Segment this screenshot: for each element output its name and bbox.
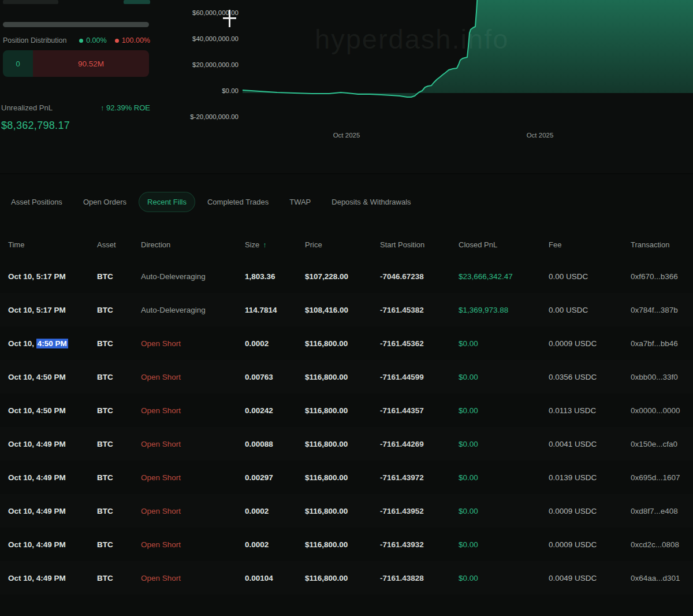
table-row[interactable]: Oct 10, 4:49 PMBTCOpen Short0.00104$116,… bbox=[0, 561, 693, 595]
pnl-chart[interactable]: $60,000,000.00$40,000,000.00$20,000,000.… bbox=[167, 0, 693, 173]
cell-closed-pnl: $0.00 bbox=[459, 339, 549, 348]
tab-bar: Asset PositionsOpen OrdersRecent FillsCo… bbox=[0, 174, 693, 212]
cell-asset: BTC bbox=[97, 440, 141, 448]
cell-direction: Open Short bbox=[141, 373, 245, 381]
recent-fills-table: Oct 10, 5:17 PMBTCAuto-Deleveraging1,803… bbox=[0, 255, 693, 595]
table-row[interactable]: Oct 10, 4:49 PMBTCOpen Short0.0002$116,8… bbox=[0, 528, 693, 561]
table-row[interactable]: Oct 10, 5:17 PMBTCAuto-Deleveraging1,803… bbox=[0, 259, 693, 293]
column-header-asset[interactable]: Asset bbox=[97, 240, 141, 249]
short-segment: 90.52M bbox=[33, 50, 149, 77]
cell-time: Oct 10, 4:50 PM bbox=[8, 406, 97, 415]
pnl-area-chart[interactable] bbox=[243, 0, 693, 144]
cell-start-position: -7161.44357 bbox=[380, 406, 459, 415]
cell-time: Oct 10, 4:49 PM bbox=[8, 540, 97, 549]
column-header-transaction[interactable]: Transaction bbox=[631, 240, 693, 249]
cell-size: 1,803.36 bbox=[245, 272, 305, 281]
cell-size: 0.00763 bbox=[245, 373, 305, 381]
cell-fee: 0.0113 USDC bbox=[549, 406, 631, 415]
cell-transaction[interactable]: 0xcd2c...0808 bbox=[631, 540, 693, 549]
column-header-fee[interactable]: Fee bbox=[549, 240, 631, 249]
tab-deposits-withdrawals[interactable]: Deposits & Withdrawals bbox=[323, 192, 419, 212]
cell-transaction[interactable]: 0x695d...1607 bbox=[631, 473, 693, 482]
tab-completed-trades[interactable]: Completed Trades bbox=[199, 192, 277, 212]
column-header-closed-pnl[interactable]: Closed PnL bbox=[459, 240, 549, 249]
cell-time: Oct 10, 4:49 PM bbox=[8, 473, 97, 482]
cell-start-position: -7161.44599 bbox=[380, 373, 459, 381]
cell-closed-pnl: $0.00 bbox=[459, 574, 549, 582]
table-row[interactable]: Oct 10, 4:50 PMBTCOpen Short0.00242$116,… bbox=[0, 394, 693, 427]
cell-start-position: -7161.44269 bbox=[380, 440, 459, 448]
x-axis-tick: Oct 2025 bbox=[514, 132, 566, 139]
cell-price: $116,800.00 bbox=[305, 540, 380, 549]
dashboard-top-section: Position Distribution 0.00% 100.00% 0 90… bbox=[0, 0, 693, 173]
cell-transaction[interactable]: 0xf670...b366 bbox=[631, 272, 693, 281]
cell-time: Oct 10, 4:50 PM bbox=[8, 373, 97, 381]
cell-price: $116,800.00 bbox=[305, 339, 380, 348]
cell-direction: Open Short bbox=[141, 540, 245, 549]
unrealized-pnl-value: $8,362,798.17 bbox=[1, 120, 70, 132]
cell-asset: BTC bbox=[97, 339, 141, 348]
cell-closed-pnl: $0.00 bbox=[459, 473, 549, 482]
cell-fee: 0.0049 USDC bbox=[549, 574, 631, 582]
cell-start-position: -7161.43932 bbox=[380, 540, 459, 549]
cell-size: 0.0002 bbox=[245, 540, 305, 549]
cell-transaction[interactable]: 0x0000...0000 bbox=[631, 406, 693, 415]
cell-start-position: -7046.67238 bbox=[380, 272, 459, 281]
cell-transaction[interactable]: 0xd8f7...e408 bbox=[631, 507, 693, 515]
column-header-start-position[interactable]: Start Position bbox=[380, 240, 459, 249]
cell-time: Oct 10, 4:49 PM bbox=[8, 574, 97, 582]
cell-asset: BTC bbox=[97, 473, 141, 482]
short-dot-icon bbox=[115, 39, 119, 43]
cell-size: 0.0002 bbox=[245, 339, 305, 348]
position-distribution-bar: 0 90.52M bbox=[3, 50, 149, 77]
column-header-price[interactable]: Price bbox=[305, 240, 380, 249]
y-axis-tick: $20,000,000.00 bbox=[173, 61, 239, 68]
cell-asset: BTC bbox=[97, 574, 141, 582]
cell-price: $108,416.00 bbox=[305, 306, 380, 314]
table-row[interactable]: Oct 10, 4:49 PMBTCOpen Short0.00088$116,… bbox=[0, 427, 693, 461]
tab-twap[interactable]: TWAP bbox=[281, 192, 319, 212]
cell-transaction[interactable]: 0x150e...cfa0 bbox=[631, 440, 693, 448]
cell-transaction[interactable]: 0xbb00...33f0 bbox=[631, 373, 693, 381]
cell-closed-pnl: $1,369,973.88 bbox=[459, 306, 549, 314]
column-header-direction[interactable]: Direction bbox=[141, 240, 245, 249]
unrealized-pnl-label: Unrealized PnL bbox=[1, 103, 53, 112]
roe-badge: ↑ 92.39% ROE bbox=[100, 103, 150, 112]
cell-price: $116,800.00 bbox=[305, 574, 380, 582]
long-segment: 0 bbox=[3, 50, 33, 77]
selected-text: 4:50 PM bbox=[36, 339, 68, 348]
cell-direction: Open Short bbox=[141, 574, 245, 582]
clipped-metric-value bbox=[124, 0, 150, 4]
cell-start-position: -7161.43972 bbox=[380, 473, 459, 482]
column-header-size[interactable]: Size↑ bbox=[245, 240, 305, 249]
cell-price: $116,800.00 bbox=[305, 440, 380, 448]
cell-price: $116,800.00 bbox=[305, 373, 380, 381]
cell-direction: Open Short bbox=[141, 339, 245, 348]
tab-asset-positions[interactable]: Asset Positions bbox=[2, 192, 71, 212]
cell-price: $116,800.00 bbox=[305, 406, 380, 415]
table-row[interactable]: Oct 10, 4:50 PMBTCOpen Short0.00763$116,… bbox=[0, 360, 693, 394]
cell-direction: Open Short bbox=[141, 440, 245, 448]
table-row[interactable]: Oct 10, 5:17 PMBTCAuto-Deleveraging114.7… bbox=[0, 293, 693, 326]
cell-direction: Auto-Deleveraging bbox=[141, 306, 245, 314]
cell-size: 0.00242 bbox=[245, 406, 305, 415]
tab-open-orders[interactable]: Open Orders bbox=[74, 192, 135, 212]
cell-direction: Open Short bbox=[141, 473, 245, 482]
cell-transaction[interactable]: 0x64aa...d301 bbox=[631, 574, 693, 582]
cell-price: $116,800.00 bbox=[305, 507, 380, 515]
table-row[interactable]: Oct 10, 4:49 PMBTCOpen Short0.0002$116,8… bbox=[0, 494, 693, 528]
column-header-time[interactable]: Time bbox=[8, 240, 97, 249]
short-percent: 100.00% bbox=[122, 36, 150, 44]
cell-transaction[interactable]: 0xa7bf...bb46 bbox=[631, 339, 693, 348]
cell-start-position: -7161.43952 bbox=[380, 507, 459, 515]
watermark: hyperdash.info bbox=[315, 23, 569, 55]
cell-fee: 0.0009 USDC bbox=[549, 507, 631, 515]
cell-transaction[interactable]: 0x784f...387b bbox=[631, 306, 693, 314]
cell-closed-pnl: $0.00 bbox=[459, 373, 549, 381]
cell-direction: Open Short bbox=[141, 507, 245, 515]
cell-asset: BTC bbox=[97, 540, 141, 549]
table-row[interactable]: Oct 10, 4:49 PMBTCOpen Short0.00297$116,… bbox=[0, 461, 693, 494]
table-row[interactable]: Oct 10, 4:50 PMBTCOpen Short0.0002$116,8… bbox=[0, 326, 693, 360]
tab-recent-fills[interactable]: Recent Fills bbox=[139, 192, 195, 212]
time-text: Oct 10, bbox=[8, 339, 36, 348]
